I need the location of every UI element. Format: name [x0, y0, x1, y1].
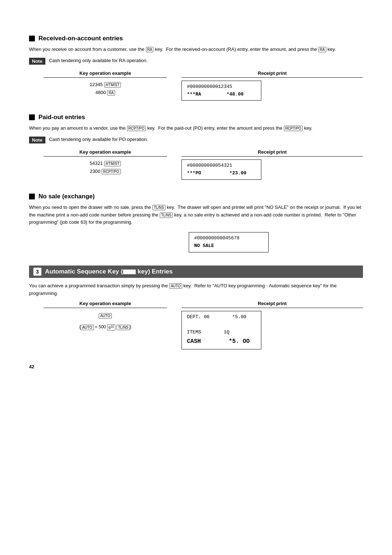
- section-title-ns: No sale (exchange): [29, 193, 363, 200]
- black-square-icon-po: [29, 114, 35, 120]
- received-on-account-section: Received-on-account entries When you rec…: [29, 35, 363, 101]
- po-receipt-col: Receipt print #000000000054321 ***PO *23…: [167, 149, 363, 180]
- auto-receipt-line2: [187, 321, 256, 329]
- note-label-po: Note: [29, 137, 45, 143]
- black-square-icon-ns: [29, 194, 35, 199]
- num6-key: 622: [107, 324, 115, 331]
- auto-receipt-line1: DEPT. 06 *5.00: [187, 313, 256, 321]
- auto-key-title: AUTO: [123, 269, 136, 275]
- ra-key-inline: RA: [146, 47, 154, 52]
- rcptpo-key-inline2: RCPT/PO: [284, 126, 303, 131]
- roa-key-op-line2: 4800 RA: [44, 89, 167, 97]
- roa-note-text: Cash tendering only available for RA ope…: [49, 58, 148, 63]
- po-key-col: Key operation example 54321 #/TM/ST 2300…: [29, 149, 167, 180]
- auto-key-ops: AUTO (AUTO = 500 622 TL/NS): [44, 311, 167, 331]
- ns-receipt-box: #000000000045678 NO SALE: [189, 232, 269, 252]
- roa-key-op-line1: 12345 #/TM/ST: [44, 81, 167, 89]
- ns-receipt-area: #000000000045678 NO SALE: [94, 232, 363, 252]
- po-receipt-line2: ***PO *23.00: [187, 170, 256, 177]
- roa-two-col: Key operation example 12345 #/TM/ST 4800…: [29, 70, 363, 101]
- roa-key-header: Key operation example: [44, 70, 167, 78]
- auto-key-op-main: AUTO: [44, 311, 167, 320]
- ra-key: RA: [107, 90, 115, 96]
- roa-key-col: Key operation example 12345 #/TM/ST 4800…: [29, 70, 167, 101]
- rcptpo-key-inline: RCPT/PO: [127, 126, 146, 131]
- section-number-badge: 3: [33, 268, 41, 276]
- auto-key-formula-btn: AUTO: [81, 325, 94, 330]
- auto-receipt-col: Receipt print DEPT. 06 *5.00 ITEMS 1Q CA…: [167, 301, 363, 349]
- roa-receipt-line1: #000000000012345: [187, 83, 256, 91]
- roa-receipt-box: #000000000012345 ***RA *48.00: [181, 81, 261, 101]
- po-receipt-box: #000000000054321 ***PO *23.00: [181, 159, 261, 180]
- po-key-op-line1: 54321 #/TM/ST: [44, 159, 167, 167]
- tmst-key: #/TM/ST: [104, 82, 121, 88]
- roa-receipt-line2: ***RA *48.00: [187, 91, 256, 98]
- auto-key-header: Key operation example: [44, 301, 167, 308]
- ns-body: When you need to open the drawer with no…: [29, 204, 363, 226]
- auto-title-text: Automatic Sequence Key (AUTO key) Entrie…: [45, 268, 173, 275]
- tlns-key-formula: TL/NS: [117, 325, 130, 330]
- ns-receipt-line1: #000000000045678: [194, 235, 263, 242]
- roa-key-ops: 12345 #/TM/ST 4800 RA: [44, 81, 167, 97]
- auto-sequence-section: 3 Automatic Sequence Key (AUTO key) Entr…: [29, 266, 363, 349]
- auto-key-inline: AUTO: [169, 283, 182, 289]
- auto-receipt-box: DEPT. 06 *5.00 ITEMS 1Q CASH *5. OO: [181, 311, 261, 349]
- po-body: When you pay an amount to a vendor, use …: [29, 125, 363, 132]
- super-22: 22: [111, 325, 114, 328]
- auto-receipt-line3: ITEMS 1Q: [187, 329, 256, 336]
- po-key-op-line2: 2300 RCPT/PO: [44, 167, 167, 175]
- po-receipt-line1: #000000000054321: [187, 162, 256, 170]
- black-square-icon: [29, 36, 35, 41]
- section-title-roa: Received-on-account entries: [29, 35, 363, 42]
- po-note: Note Cash tendering only available for P…: [29, 137, 363, 143]
- roa-receipt-header: Receipt print: [181, 70, 363, 78]
- ns-receipt-line2: NO SALE: [194, 242, 263, 250]
- page-number: 42: [29, 364, 363, 369]
- auto-receipt-line4: CASH *5. OO: [187, 336, 256, 347]
- auto-key-btn: AUTO: [99, 313, 112, 319]
- tmst-key-po: #/TM/ST: [104, 161, 121, 166]
- po-key-ops: 54321 #/TM/ST 2300 RCPT/PO: [44, 159, 167, 175]
- po-receipt-header: Receipt print: [181, 149, 363, 157]
- section-title-auto: 3 Automatic Sequence Key (AUTO key) Entr…: [29, 266, 363, 278]
- rcptpo-key: RCPT/PO: [102, 169, 121, 174]
- auto-two-col: Key operation example AUTO (AUTO = 500 6…: [29, 301, 363, 349]
- no-sale-section: No sale (exchange) When you need to open…: [29, 193, 363, 252]
- tlns-key-inline2: TL/NS: [160, 212, 173, 218]
- auto-body: You can achieve a programmed transaction…: [29, 282, 363, 297]
- paid-out-section: Paid-out entries When you pay an amount …: [29, 114, 363, 179]
- auto-key-col: Key operation example AUTO (AUTO = 500 6…: [29, 301, 167, 349]
- auto-receipt-header: Receipt print: [181, 301, 363, 308]
- roa-body: When you receive on account from a custo…: [29, 46, 363, 53]
- ra-key-inline2: RA: [318, 47, 326, 52]
- po-two-col: Key operation example 54321 #/TM/ST 2300…: [29, 149, 363, 180]
- po-key-header: Key operation example: [44, 149, 167, 157]
- po-note-text: Cash tendering only available for PO ope…: [49, 137, 148, 142]
- roa-receipt-col: Receipt print #000000000012345 ***RA *48…: [167, 70, 363, 101]
- section-title-po: Paid-out entries: [29, 114, 363, 121]
- note-label: Note: [29, 58, 45, 65]
- tlns-key-inline: TL/NS: [152, 205, 166, 210]
- auto-key-op-formula: (AUTO = 500 622 TL/NS): [44, 323, 167, 331]
- roa-note: Note Cash tendering only available for R…: [29, 58, 363, 65]
